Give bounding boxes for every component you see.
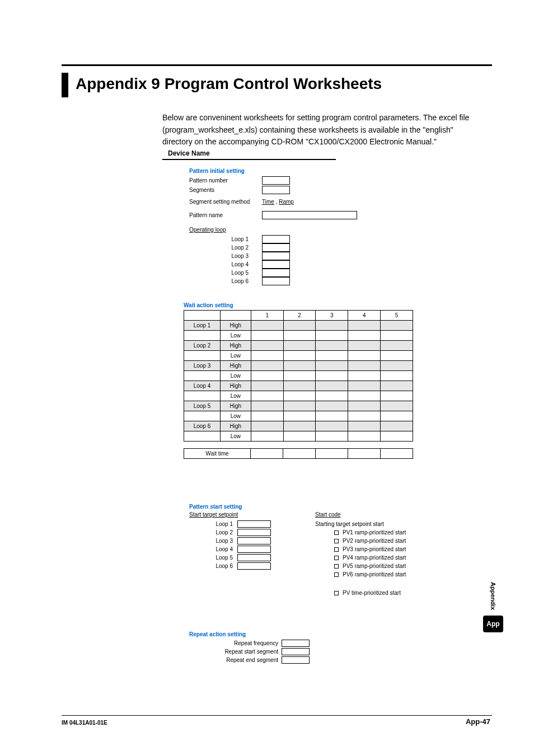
wait-value-cell[interactable]: [348, 431, 381, 442]
pattern-start-loop-input[interactable]: [237, 554, 271, 561]
pattern-start-loop-input[interactable]: [237, 537, 271, 544]
wait-value-cell[interactable]: [348, 391, 381, 401]
checkbox-icon[interactable]: [334, 572, 339, 577]
wait-value-cell[interactable]: [316, 341, 348, 351]
wait-value-cell[interactable]: [316, 331, 348, 341]
checkbox-icon[interactable]: [334, 556, 339, 560]
wait-value-cell[interactable]: [251, 361, 283, 371]
wait-value-cell[interactable]: [381, 411, 413, 421]
wait-value-cell[interactable]: [316, 351, 348, 361]
wait-value-cell[interactable]: [348, 371, 381, 381]
wait-value-cell[interactable]: [381, 341, 413, 351]
wait-value-cell[interactable]: [381, 421, 413, 431]
operating-loop-input[interactable]: [262, 252, 290, 260]
wait-value-cell[interactable]: [283, 421, 316, 431]
wait-value-cell[interactable]: [251, 371, 283, 381]
start-code-option[interactable]: PV3 ramp-prioritized start: [315, 545, 435, 553]
wait-value-cell[interactable]: [316, 431, 348, 442]
wait-value-cell[interactable]: [251, 351, 283, 361]
wait-value-cell[interactable]: [251, 391, 283, 401]
wait-value-cell[interactable]: [251, 341, 283, 351]
wait-time-cell[interactable]: [283, 449, 316, 459]
wait-time-cell[interactable]: [251, 449, 283, 459]
segment-method-time[interactable]: Time: [262, 199, 274, 205]
start-code-option[interactable]: PV5 ramp-prioritized start: [315, 562, 435, 570]
checkbox-icon[interactable]: [334, 530, 339, 535]
wait-value-cell[interactable]: [283, 331, 316, 341]
start-code-option[interactable]: PV1 ramp-prioritized start: [315, 528, 435, 537]
wait-value-cell[interactable]: [283, 381, 316, 391]
wait-value-cell[interactable]: [381, 401, 413, 411]
wait-value-cell[interactable]: [316, 421, 348, 431]
checkbox-icon[interactable]: [334, 539, 339, 543]
wait-time-cell[interactable]: [381, 449, 413, 459]
wait-value-cell[interactable]: [283, 371, 316, 381]
wait-value-cell[interactable]: [316, 381, 348, 391]
repeat-row-input[interactable]: [282, 640, 310, 647]
segment-method-ramp[interactable]: Ramp: [279, 199, 294, 205]
segments-input[interactable]: [262, 186, 290, 194]
wait-value-cell[interactable]: [381, 381, 413, 391]
pattern-start-loop-input[interactable]: [237, 562, 271, 570]
wait-value-cell[interactable]: [381, 431, 413, 442]
start-code-option[interactable]: PV4 ramp-prioritized start: [315, 553, 435, 562]
pattern-start-loop-input[interactable]: [237, 520, 271, 528]
wait-value-cell[interactable]: [316, 401, 348, 411]
wait-value-cell[interactable]: [251, 411, 283, 421]
wait-time-cell[interactable]: [348, 449, 381, 459]
wait-value-cell[interactable]: [251, 421, 283, 431]
repeat-row-input[interactable]: [282, 656, 310, 664]
wait-value-cell[interactable]: [283, 401, 316, 411]
wait-value-cell[interactable]: [283, 361, 316, 371]
operating-loop-input[interactable]: [262, 269, 290, 277]
checkbox-icon[interactable]: [334, 564, 339, 569]
operating-loop-input[interactable]: [262, 235, 290, 243]
wait-value-cell[interactable]: [283, 321, 316, 331]
wait-value-cell[interactable]: [348, 321, 381, 331]
wait-value-cell[interactable]: [381, 391, 413, 401]
repeat-row-input[interactable]: [282, 648, 310, 655]
operating-loop-input[interactable]: [262, 243, 290, 252]
operating-loop-input[interactable]: [262, 260, 290, 269]
wait-value-cell[interactable]: [348, 341, 381, 351]
wait-time-cell[interactable]: [316, 449, 348, 459]
wait-value-cell[interactable]: [251, 331, 283, 341]
operating-loop-row: Loop 4: [189, 260, 290, 269]
wait-value-cell[interactable]: [251, 431, 283, 442]
wait-value-cell[interactable]: [348, 401, 381, 411]
pattern-start-loop-input[interactable]: [237, 546, 271, 553]
wait-value-cell[interactable]: [348, 361, 381, 371]
wait-value-cell[interactable]: [316, 411, 348, 421]
wait-value-cell[interactable]: [283, 431, 316, 442]
wait-value-cell[interactable]: [381, 361, 413, 371]
wait-value-cell[interactable]: [283, 391, 316, 401]
pattern-name-input[interactable]: [262, 211, 357, 219]
wait-value-cell[interactable]: [251, 401, 283, 411]
wait-value-cell[interactable]: [381, 331, 413, 341]
start-code-option[interactable]: PV6 ramp-prioritized start: [315, 570, 435, 579]
checkbox-icon[interactable]: [334, 547, 339, 552]
wait-value-cell[interactable]: [348, 421, 381, 431]
wait-value-cell[interactable]: [251, 381, 283, 391]
wait-value-cell[interactable]: [348, 331, 381, 341]
wait-value-cell[interactable]: [316, 391, 348, 401]
wait-value-cell[interactable]: [283, 351, 316, 361]
start-code-option[interactable]: PV2 ramp-prioritized start: [315, 537, 435, 545]
wait-value-cell[interactable]: [316, 321, 348, 331]
wait-value-cell[interactable]: [251, 321, 283, 331]
wait-value-cell[interactable]: [316, 361, 348, 371]
start-code-last-option[interactable]: PV time-prioritized start: [315, 589, 435, 597]
wait-value-cell[interactable]: [348, 381, 381, 391]
operating-loop-input[interactable]: [262, 277, 290, 285]
wait-value-cell[interactable]: [348, 411, 381, 421]
wait-value-cell[interactable]: [381, 371, 413, 381]
wait-value-cell[interactable]: [348, 351, 381, 361]
checkbox-icon[interactable]: [334, 591, 339, 595]
wait-value-cell[interactable]: [381, 321, 413, 331]
wait-value-cell[interactable]: [283, 341, 316, 351]
pattern-number-input[interactable]: [262, 176, 290, 185]
pattern-start-loop-input[interactable]: [237, 529, 271, 536]
wait-value-cell[interactable]: [381, 351, 413, 361]
wait-value-cell[interactable]: [316, 371, 348, 381]
wait-value-cell[interactable]: [283, 411, 316, 421]
